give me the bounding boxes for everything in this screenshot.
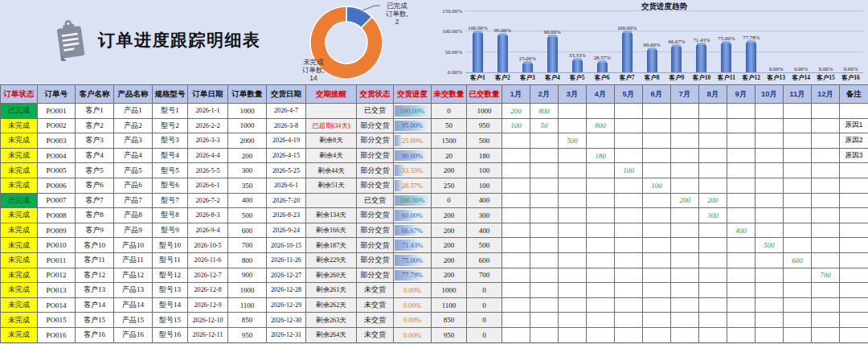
cell-due-reminder[interactable] xyxy=(306,193,357,208)
cell-due-reminder[interactable]: 已超期(34天) xyxy=(306,118,357,133)
cell-product-name[interactable]: 产品11 xyxy=(114,252,153,268)
cell-month-delivery[interactable] xyxy=(812,238,840,253)
cell-month-delivery[interactable] xyxy=(727,268,755,283)
cell-customer-name[interactable]: 客户13 xyxy=(76,283,114,298)
cell-delivery-status[interactable]: 部分交货 xyxy=(357,238,394,253)
cell-po-number[interactable]: PO010 xyxy=(38,238,76,253)
cell-order-qty[interactable]: 850 xyxy=(228,313,267,328)
cell-month-delivery[interactable] xyxy=(643,104,671,119)
cell-month-delivery[interactable] xyxy=(587,133,615,149)
cell-order-status[interactable]: 未完成 xyxy=(1,268,38,283)
column-header[interactable]: 订单日期 xyxy=(188,85,228,104)
cell-month-delivery[interactable] xyxy=(755,104,784,119)
column-header[interactable]: 已交数量 xyxy=(467,85,502,104)
cell-month-delivery[interactable] xyxy=(671,133,699,149)
cell-customer-name[interactable]: 客户5 xyxy=(76,163,114,178)
cell-month-delivery[interactable] xyxy=(530,283,559,298)
cell-month-delivery[interactable] xyxy=(755,118,784,133)
cell-order-status[interactable]: 未完成 xyxy=(1,252,38,268)
cell-month-delivery[interactable] xyxy=(727,118,755,133)
cell-month-delivery[interactable] xyxy=(755,268,784,283)
cell-delivery-date[interactable]: 2026-12-28 xyxy=(267,283,306,298)
cell-month-delivery[interactable] xyxy=(615,208,643,223)
cell-month-delivery[interactable] xyxy=(643,283,671,298)
column-header[interactable]: 1月 xyxy=(502,85,530,104)
cell-order-date[interactable]: 2026-11-6 xyxy=(188,252,228,268)
cell-month-delivery[interactable] xyxy=(530,193,559,208)
cell-remark[interactable] xyxy=(840,163,868,178)
cell-po-number[interactable]: PO008 xyxy=(38,208,76,223)
cell-month-delivery[interactable] xyxy=(559,268,587,283)
cell-month-delivery[interactable] xyxy=(784,223,812,238)
cell-month-delivery[interactable]: 100 xyxy=(643,178,671,193)
cell-model[interactable]: 型号10 xyxy=(153,238,188,253)
cell-due-reminder[interactable]: 剩余44天 xyxy=(306,163,357,178)
cell-model[interactable]: 型号5 xyxy=(153,163,188,178)
cell-delivery-date[interactable]: 2026-12-31 xyxy=(267,327,306,342)
cell-month-delivery[interactable] xyxy=(643,327,671,342)
cell-month-delivery[interactable] xyxy=(530,327,559,342)
cell-order-date[interactable]: 2026-12-7 xyxy=(188,268,228,283)
cell-month-delivery[interactable] xyxy=(727,193,755,208)
column-header[interactable]: 备注 xyxy=(840,85,868,104)
cell-month-delivery[interactable] xyxy=(671,223,699,238)
cell-month-delivery[interactable] xyxy=(784,163,812,178)
cell-delivery-progress[interactable]: 25.00% xyxy=(394,133,432,149)
cell-order-status[interactable]: 未完成 xyxy=(1,313,38,328)
cell-month-delivery[interactable] xyxy=(502,148,530,163)
cell-customer-name[interactable]: 客户16 xyxy=(76,327,114,342)
cell-month-delivery[interactable] xyxy=(699,163,727,178)
cell-due-reminder[interactable]: 剩余4天 xyxy=(306,148,357,163)
cell-order-date[interactable]: 2026-5-5 xyxy=(188,163,228,178)
cell-month-delivery[interactable] xyxy=(671,208,699,223)
cell-month-delivery[interactable] xyxy=(530,148,559,163)
cell-undelivered-qty[interactable]: 200 xyxy=(432,208,467,223)
column-header[interactable]: 产品名称 xyxy=(114,85,153,104)
cell-delivery-progress[interactable]: 0.00% xyxy=(394,327,432,342)
cell-month-delivery[interactable] xyxy=(587,223,615,238)
cell-month-delivery[interactable] xyxy=(699,238,727,253)
cell-order-date[interactable]: 2026-4-4 xyxy=(188,148,228,163)
cell-month-delivery[interactable] xyxy=(643,252,671,268)
cell-undelivered-qty[interactable]: 250 xyxy=(432,178,467,193)
column-header[interactable]: 5月 xyxy=(615,85,643,104)
cell-month-delivery[interactable] xyxy=(671,283,699,298)
cell-delivery-date[interactable]: 2026-12-29 xyxy=(267,297,306,313)
cell-delivered-qty[interactable]: 500 xyxy=(467,238,502,253)
column-header[interactable]: 8月 xyxy=(699,85,727,104)
cell-delivered-qty[interactable]: 100 xyxy=(467,163,502,178)
cell-customer-name[interactable]: 客户10 xyxy=(76,238,114,253)
cell-due-reminder[interactable]: 剩余229天 xyxy=(306,252,357,268)
cell-month-delivery[interactable]: 200 xyxy=(699,193,727,208)
cell-undelivered-qty[interactable]: 200 xyxy=(432,252,467,268)
cell-undelivered-qty[interactable]: 0 xyxy=(432,104,467,119)
cell-customer-name[interactable]: 客户4 xyxy=(76,148,114,163)
cell-month-delivery[interactable] xyxy=(502,193,530,208)
cell-delivery-date[interactable]: 2026-4-15 xyxy=(267,148,306,163)
cell-order-qty[interactable]: 500 xyxy=(228,208,267,223)
cell-month-delivery[interactable] xyxy=(615,193,643,208)
cell-month-delivery[interactable] xyxy=(784,238,812,253)
cell-model[interactable]: 型号3 xyxy=(153,133,188,149)
cell-delivery-progress[interactable]: 60.00% xyxy=(394,208,432,223)
cell-undelivered-qty[interactable]: 20 xyxy=(432,148,467,163)
column-header[interactable]: 订单号 xyxy=(38,85,76,104)
cell-month-delivery[interactable] xyxy=(643,208,671,223)
cell-customer-name[interactable]: 客户14 xyxy=(76,297,114,313)
cell-month-delivery[interactable] xyxy=(502,327,530,342)
cell-month-delivery[interactable] xyxy=(727,238,755,253)
cell-po-number[interactable]: PO016 xyxy=(38,327,76,342)
cell-month-delivery[interactable]: 800 xyxy=(530,104,559,119)
cell-product-name[interactable]: 产品16 xyxy=(114,327,153,342)
cell-remark[interactable] xyxy=(840,238,868,253)
cell-month-delivery[interactable] xyxy=(671,163,699,178)
cell-month-delivery[interactable] xyxy=(643,268,671,283)
cell-month-delivery[interactable] xyxy=(530,238,559,253)
cell-month-delivery[interactable] xyxy=(502,163,530,178)
cell-month-delivery[interactable]: 500 xyxy=(559,133,587,149)
cell-month-delivery[interactable]: 100 xyxy=(502,118,530,133)
cell-month-delivery[interactable] xyxy=(615,238,643,253)
column-header[interactable]: 客户名称 xyxy=(76,85,114,104)
cell-month-delivery[interactable] xyxy=(755,313,784,328)
cell-delivered-qty[interactable]: 400 xyxy=(467,193,502,208)
